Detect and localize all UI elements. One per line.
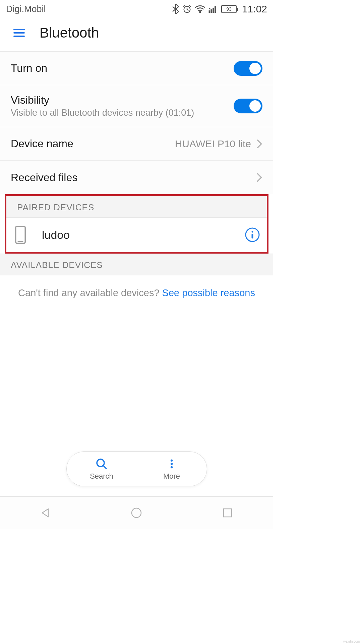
visibility-row[interactable]: Visibility Visible to all Bluetooth devi… <box>0 85 273 127</box>
nav-bar <box>0 496 273 529</box>
visibility-label: Visibility <box>11 94 234 106</box>
svg-rect-5 <box>215 6 216 13</box>
svg-point-15 <box>171 463 173 465</box>
received-files-label: Received files <box>11 171 256 184</box>
svg-rect-7 <box>16 226 25 243</box>
paired-device-name: ludoo <box>42 228 229 241</box>
device-name-row[interactable]: Device name HUAWEI P10 lite <box>0 127 273 161</box>
svg-rect-11 <box>252 234 253 238</box>
empty-space <box>0 311 273 451</box>
battery-icon: 93 <box>221 5 237 13</box>
device-name-label: Device name <box>11 138 175 150</box>
search-icon <box>95 457 108 471</box>
svg-point-12 <box>97 459 104 467</box>
svg-point-16 <box>171 466 173 468</box>
app-header: Bluetooth <box>0 17 273 52</box>
paired-header: PAIRED DEVICES <box>6 196 267 218</box>
battery-percent: 93 <box>226 6 232 12</box>
svg-rect-3 <box>211 9 212 12</box>
received-files-row[interactable]: Received files <box>0 161 273 194</box>
home-icon[interactable] <box>130 506 143 520</box>
page-title: Bluetooth <box>40 25 99 41</box>
more-button[interactable]: More <box>137 457 207 481</box>
visibility-switch[interactable] <box>234 99 262 113</box>
chevron-right-icon <box>256 173 262 182</box>
paired-highlight: PAIRED DEVICES ludoo <box>5 194 268 254</box>
clock-label: 11:02 <box>242 3 267 15</box>
settings-list: Turn on Visibility Visible to all Blueto… <box>0 52 273 194</box>
recent-icon[interactable] <box>221 506 234 520</box>
carrier-label: Digi.Mobil <box>6 4 46 14</box>
back-icon[interactable] <box>39 506 52 520</box>
more-icon <box>165 457 178 471</box>
more-label: More <box>163 472 180 481</box>
search-label: Search <box>90 472 113 481</box>
svg-point-17 <box>132 508 141 518</box>
alarm-icon <box>182 4 192 14</box>
search-button[interactable]: Search <box>67 457 137 481</box>
hint-link[interactable]: See possible reasons <box>162 287 255 298</box>
turn-on-switch[interactable] <box>234 61 262 76</box>
svg-line-13 <box>104 466 106 469</box>
available-header: AVAILABLE DEVICES <box>0 254 273 275</box>
bluetooth-icon <box>172 4 179 14</box>
svg-rect-4 <box>213 8 214 13</box>
svg-point-10 <box>252 231 253 233</box>
status-bar: Digi.Mobil 93 11:02 <box>0 0 273 17</box>
turn-on-label: Turn on <box>11 62 234 74</box>
menu-icon[interactable] <box>13 29 25 37</box>
svg-rect-18 <box>224 509 232 517</box>
svg-point-6 <box>209 8 210 9</box>
signal-icon <box>208 5 218 13</box>
svg-point-14 <box>171 460 173 462</box>
visibility-sub: Visible to all Bluetooth devices nearby … <box>11 108 234 118</box>
phone-icon <box>14 226 26 244</box>
turn-on-row[interactable]: Turn on <box>0 52 273 85</box>
wifi-icon <box>195 5 205 13</box>
chevron-right-icon <box>256 139 262 149</box>
svg-rect-2 <box>209 11 210 13</box>
svg-point-1 <box>199 11 201 13</box>
action-pill: Search More <box>66 451 207 486</box>
paired-device-row[interactable]: ludoo <box>6 218 267 252</box>
info-icon[interactable] <box>245 227 260 243</box>
hint-prefix: Can't find any available devices? <box>18 287 162 298</box>
device-name-value: HUAWEI P10 lite <box>175 138 251 150</box>
status-icons: 93 11:02 <box>172 3 267 15</box>
available-hint: Can't find any available devices? See po… <box>0 275 273 311</box>
